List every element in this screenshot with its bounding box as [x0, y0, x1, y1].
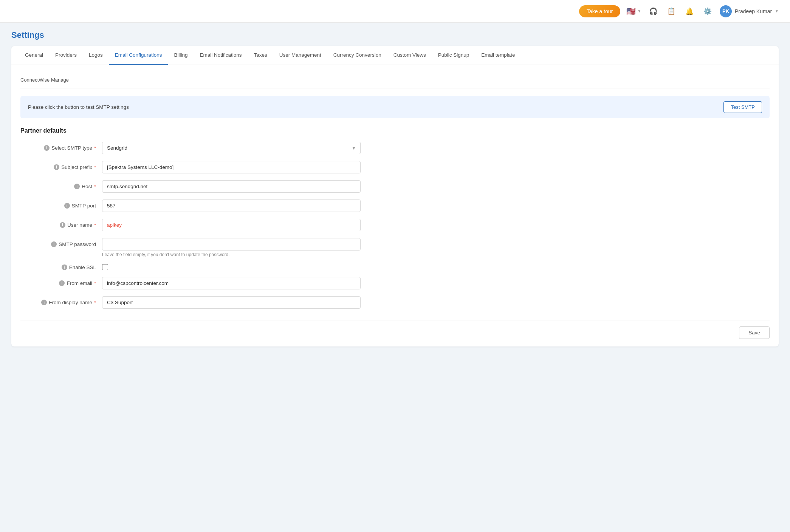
enable-ssl-label: i Enable SSL: [20, 264, 96, 270]
tab-billing[interactable]: Billing: [168, 46, 194, 65]
form-actions: Save: [20, 320, 770, 339]
sub-nav-label: ConnectWise Manage: [20, 73, 770, 88]
tabs-bar: GeneralProvidersLogosEmail Configuration…: [11, 46, 779, 65]
from-email-row: i From email *: [20, 277, 361, 289]
smtp-test-text: Please click the button to test SMTP set…: [28, 104, 717, 110]
language-selector[interactable]: 🇺🇸 ▼: [626, 7, 641, 16]
tab-providers[interactable]: Providers: [49, 46, 83, 65]
bell-icon[interactable]: 🔔: [683, 5, 696, 17]
from-email-required: *: [94, 280, 96, 286]
from-email-info-icon[interactable]: i: [59, 280, 65, 286]
smtp-type-required: *: [94, 145, 96, 151]
settings-card: GeneralProvidersLogosEmail Configuration…: [11, 46, 779, 346]
tab-taxes[interactable]: Taxes: [248, 46, 273, 65]
host-info-icon[interactable]: i: [74, 184, 80, 189]
username-info-icon[interactable]: i: [60, 222, 65, 228]
smtp-port-label: i SMTP port: [20, 203, 96, 209]
from-display-name-row: i From display name *: [20, 296, 361, 309]
smtp-port-row: i SMTP port: [20, 200, 361, 212]
tab-email-configurations[interactable]: Email Configurations: [109, 46, 168, 65]
username-row: i User name *: [20, 219, 361, 231]
tab-content: ConnectWise Manage Please click the butt…: [11, 65, 779, 346]
enable-ssl-checkbox[interactable]: [102, 264, 108, 270]
take-tour-button[interactable]: Take a tour: [579, 5, 620, 17]
tab-currency-conversion[interactable]: Currency Conversion: [327, 46, 387, 65]
subject-prefix-required: *: [94, 164, 96, 170]
user-menu-chevron-icon: ▼: [775, 9, 779, 13]
tab-email-notifications[interactable]: Email Notifications: [194, 46, 248, 65]
username-required: *: [94, 222, 96, 228]
test-smtp-button[interactable]: Test SMTP: [723, 101, 762, 113]
smtp-type-info-icon[interactable]: i: [44, 145, 50, 151]
smtp-password-help-text: Leave the field empty, if you don't want…: [20, 252, 361, 257]
from-display-name-label: i From display name *: [20, 300, 96, 305]
language-chevron-icon: ▼: [637, 9, 641, 13]
username-label: i User name *: [20, 222, 96, 228]
page-container: Settings GeneralProvidersLogosEmail Conf…: [0, 23, 790, 354]
host-label: i Host *: [20, 184, 96, 189]
from-email-label: i From email *: [20, 280, 96, 286]
tab-logos[interactable]: Logos: [83, 46, 109, 65]
subject-prefix-info-icon[interactable]: i: [54, 164, 59, 170]
smtp-password-label: i SMTP password: [20, 241, 96, 247]
enable-ssl-info-icon[interactable]: i: [62, 264, 67, 270]
subject-prefix-label: i Subject prefix *: [20, 164, 96, 170]
tab-public-signup[interactable]: Public Signup: [432, 46, 476, 65]
smtp-password-row: i SMTP password: [20, 238, 361, 251]
smtp-type-label: i Select SMTP type *: [20, 145, 96, 151]
from-display-name-info-icon[interactable]: i: [41, 300, 47, 305]
settings-icon[interactable]: ⚙️: [702, 5, 714, 17]
smtp-port-info-icon[interactable]: i: [64, 203, 70, 209]
tab-email-template[interactable]: Email template: [475, 46, 521, 65]
host-required: *: [94, 184, 96, 189]
enable-ssl-checkbox-wrapper: [102, 264, 108, 270]
subject-prefix-row: i Subject prefix *: [20, 161, 361, 173]
smtp-type-select-wrapper: Sendgrid Custom Amazon SES ▼: [102, 142, 361, 154]
tab-user-management[interactable]: User Management: [273, 46, 327, 65]
smtp-type-row: i Select SMTP type * Sendgrid Custom Ama…: [20, 142, 361, 154]
from-display-name-required: *: [94, 300, 96, 305]
smtp-port-input[interactable]: [102, 200, 361, 212]
host-row: i Host *: [20, 180, 361, 193]
smtp-password-input[interactable]: [102, 238, 361, 251]
enable-ssl-row: i Enable SSL: [20, 264, 361, 270]
clipboard-icon[interactable]: 📋: [665, 5, 677, 17]
smtp-type-select[interactable]: Sendgrid Custom Amazon SES: [102, 142, 361, 154]
from-display-name-input[interactable]: [102, 296, 361, 309]
tab-custom-views[interactable]: Custom Views: [387, 46, 432, 65]
page-title: Settings: [11, 30, 779, 40]
user-menu[interactable]: PK Pradeep Kumar ▼: [720, 5, 779, 17]
avatar: PK: [720, 5, 732, 17]
tab-general[interactable]: General: [19, 46, 49, 65]
form-grid: i Select SMTP type * Sendgrid Custom Ama…: [20, 142, 361, 309]
smtp-password-info-icon[interactable]: i: [51, 241, 57, 247]
host-input[interactable]: [102, 180, 361, 193]
save-button[interactable]: Save: [739, 326, 770, 339]
subject-prefix-input[interactable]: [102, 161, 361, 173]
top-bar: Take a tour 🇺🇸 ▼ 🎧 📋 🔔 ⚙️ PK Pradeep Kum…: [0, 0, 790, 23]
user-name-label: Pradeep Kumar: [735, 8, 772, 14]
partner-defaults-title: Partner defaults: [20, 127, 770, 134]
smtp-password-group: i SMTP password Leave the field empty, i…: [20, 238, 361, 257]
username-input[interactable]: [102, 219, 361, 231]
headphones-icon[interactable]: 🎧: [647, 5, 659, 17]
smtp-test-banner: Please click the button to test SMTP set…: [20, 96, 770, 118]
flag-icon: 🇺🇸: [626, 7, 636, 16]
from-email-input[interactable]: [102, 277, 361, 289]
